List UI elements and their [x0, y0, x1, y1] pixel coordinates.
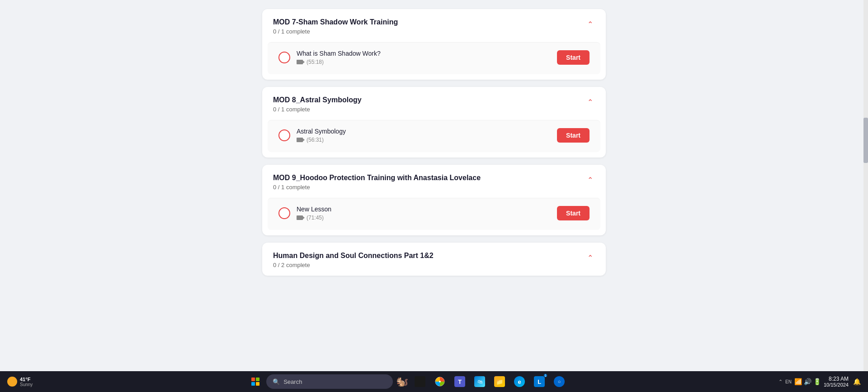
- taskbar-center: 🔍 Search 🐿️ T: [36, 373, 778, 391]
- module-title-mod8: MOD 8_Astral Symbology: [273, 96, 362, 104]
- windows-start-button[interactable]: [246, 373, 264, 391]
- scrollbar-thumb[interactable]: [863, 118, 868, 163]
- sun-icon: [7, 377, 17, 387]
- search-bar-icon: 🔍: [273, 378, 280, 385]
- teams-app-icon[interactable]: T: [451, 373, 469, 391]
- tray-expand-icon[interactable]: ⌃: [778, 379, 783, 385]
- module-collapse-mod8[interactable]: ⌃: [585, 97, 595, 108]
- edge-letter: e: [518, 378, 521, 385]
- volume-icon[interactable]: 🔊: [804, 378, 811, 385]
- module-header-mod9: MOD 9_Hoodoo Protection Training with An…: [262, 165, 606, 198]
- windows-pane-4: [256, 382, 259, 386]
- lesson-info-mod9-0: New Lesson (71:45): [297, 206, 331, 221]
- windows-pane-2: [256, 378, 259, 381]
- lesson-title-mod8-0: Astral Symbology: [297, 128, 346, 135]
- module-header-mod8: MOD 8_Astral Symbology 0 / 1 complete ⌃: [262, 87, 606, 120]
- video-icon-mod9-0: [297, 215, 303, 220]
- lesson-circle-mod9-0: [278, 207, 290, 219]
- module-header-mod10: Human Design and Soul Connections Part 1…: [262, 243, 606, 276]
- main-content[interactable]: MOD 7-Sham Shadow Work Training 0 / 1 co…: [0, 0, 868, 371]
- module-card-mod7: MOD 7-Sham Shadow Work Training 0 / 1 co…: [262, 9, 606, 80]
- lesson-item-mod9-0: New Lesson (71:45) Start: [268, 198, 600, 230]
- module-progress-mod8: 0 / 1 complete: [273, 106, 362, 113]
- squirrel-taskbar-icon[interactable]: 🐿️: [395, 374, 409, 389]
- taskbar: 41°F Sunny 🔍 Search 🐿️: [0, 371, 868, 392]
- module-title-mod7: MOD 7-Sham Shadow Work Training: [273, 18, 398, 26]
- lync-app-icon[interactable]: L 1: [530, 373, 548, 391]
- black-square-icon: [415, 376, 425, 387]
- teams-letter: T: [458, 378, 462, 385]
- module-card-mod8: MOD 8_Astral Symbology 0 / 1 complete ⌃ …: [262, 87, 606, 158]
- search-bar-text: Search: [283, 378, 302, 385]
- lesson-left-mod9-0: New Lesson (71:45): [278, 206, 331, 221]
- weather-text: 41°F Sunny: [20, 377, 33, 387]
- lesson-item-mod8-0: Astral Symbology (56:31) Start: [268, 120, 600, 152]
- squirrel-emoji: 🐿️: [396, 376, 408, 387]
- module-collapse-mod9[interactable]: ⌃: [585, 175, 595, 186]
- file-explorer-icon[interactable]: 📁: [491, 373, 509, 391]
- lync-icon-box: L: [534, 376, 545, 387]
- notification-bell-icon[interactable]: 🔔: [853, 378, 861, 385]
- blue-circle-letter: ○: [558, 379, 561, 384]
- module-title-mod10: Human Design and Soul Connections Part 1…: [273, 252, 434, 260]
- store-icon-box: 🛍: [474, 376, 485, 387]
- module-card-mod9: MOD 9_Hoodoo Protection Training with An…: [262, 165, 606, 235]
- module-progress-mod9: 0 / 1 complete: [273, 184, 481, 191]
- lesson-circle-mod8-0: [278, 129, 290, 141]
- tray-icons: ⌃ EN 📶 🔊 🔋: [778, 378, 821, 385]
- lesson-title-mod9-0: New Lesson: [297, 206, 331, 213]
- module-collapse-mod7[interactable]: ⌃: [585, 19, 595, 30]
- video-icon-mod8-0: [297, 138, 303, 142]
- lesson-left-mod8-0: Astral Symbology (56:31): [278, 128, 346, 143]
- clock-time: 8:23 AM: [829, 376, 849, 382]
- start-button-mod8-0[interactable]: Start: [557, 128, 590, 143]
- black-square-app-icon[interactable]: [411, 373, 429, 391]
- blue-circle-box: ○: [554, 376, 565, 387]
- weather-temp: 41°F: [20, 377, 33, 382]
- search-bar[interactable]: 🔍 Search: [266, 374, 393, 389]
- teams-icon-box: T: [454, 376, 465, 387]
- windows-pane-3: [251, 382, 255, 386]
- module-title-section-mod10: Human Design and Soul Connections Part 1…: [273, 252, 434, 268]
- module-collapse-mod10[interactable]: ⌃: [585, 253, 595, 263]
- datetime-display[interactable]: 8:23 AM 10/15/2024: [824, 376, 849, 387]
- pinwheel-svg: [434, 376, 445, 387]
- module-title-section-mod8: MOD 8_Astral Symbology 0 / 1 complete: [273, 96, 362, 113]
- lesson-circle-mod7-0: [278, 52, 290, 63]
- battery-icon[interactable]: 🔋: [813, 378, 821, 385]
- lesson-left-mod7-0: What is Sham Shadow Work? (55:18): [278, 50, 381, 65]
- scrollbar-track[interactable]: [863, 0, 868, 371]
- module-title-section-mod9: MOD 9_Hoodoo Protection Training with An…: [273, 174, 481, 191]
- edge-browser-icon[interactable]: e: [510, 373, 528, 391]
- lesson-title-mod7-0: What is Sham Shadow Work?: [297, 50, 381, 57]
- modules-container: MOD 7-Sham Shadow Work Training 0 / 1 co…: [253, 9, 615, 276]
- windows-logo: [251, 378, 259, 386]
- edge-icon-box: e: [514, 376, 525, 387]
- module-progress-mod10: 0 / 2 complete: [273, 262, 434, 268]
- store-app-icon[interactable]: 🛍: [471, 373, 489, 391]
- start-button-mod7-0[interactable]: Start: [557, 50, 590, 65]
- svg-point-1: [439, 381, 441, 382]
- lesson-duration-mod8-0: (56:31): [297, 137, 346, 143]
- weather-desc: Sunny: [20, 382, 33, 387]
- wifi-icon[interactable]: 📶: [794, 378, 802, 385]
- lync-badge: 1: [543, 373, 547, 378]
- module-progress-mod7: 0 / 1 complete: [273, 28, 398, 35]
- language-icon[interactable]: EN: [785, 379, 792, 384]
- video-icon-mod7-0: [297, 60, 303, 64]
- files-icon-box: 📁: [494, 376, 505, 387]
- pinwheel-icon[interactable]: [431, 373, 449, 391]
- clock-date: 10/15/2024: [824, 382, 849, 387]
- lesson-duration-mod9-0: (71:45): [297, 215, 331, 221]
- folder-icon: 📁: [496, 378, 503, 385]
- module-title-mod9: MOD 9_Hoodoo Protection Training with An…: [273, 174, 481, 182]
- taskbar-right: ⌃ EN 📶 🔊 🔋 8:23 AM 10/15/2024 🔔: [778, 376, 864, 387]
- module-card-mod10: Human Design and Soul Connections Part 1…: [262, 243, 606, 276]
- lync-letter: L: [538, 378, 541, 385]
- module-header-mod7: MOD 7-Sham Shadow Work Training 0 / 1 co…: [262, 9, 606, 42]
- windows-pane-1: [251, 378, 255, 381]
- start-button-mod9-0[interactable]: Start: [557, 206, 590, 220]
- blue-circle-app-icon[interactable]: ○: [550, 373, 568, 391]
- lesson-item-mod7-0: What is Sham Shadow Work? (55:18) Start: [268, 42, 600, 74]
- weather-widget: 41°F Sunny: [4, 377, 36, 387]
